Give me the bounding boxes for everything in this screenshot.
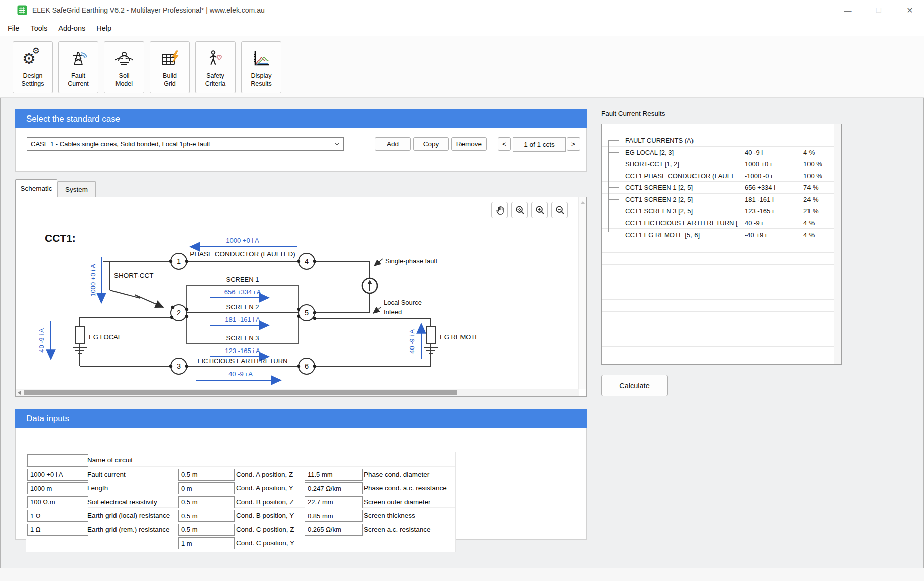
- results-header-row: [602, 124, 841, 135]
- phase-ac-resistance-input[interactable]: [305, 482, 363, 494]
- phase-conductor-label: PHASE CONDUCTOR (FAULTED): [190, 250, 295, 258]
- zoom-out-icon: [554, 204, 566, 216]
- zoom-in-button[interactable]: [531, 202, 548, 218]
- case-select-value: CASE 1 - Cables single cores, Solid bond…: [27, 140, 330, 148]
- table-row[interactable]: CCT1 PHASE CONDUCTOR (FAULT-1000 -0 i100…: [602, 170, 841, 182]
- screen-thickness-input[interactable]: [305, 510, 363, 522]
- cond-a-z-input[interactable]: [178, 469, 235, 481]
- soil-resistivity-label: Soil electrical resistivity: [87, 496, 157, 508]
- gears-icon: ⚙⚙: [22, 46, 43, 72]
- earth-grid-local-input[interactable]: [27, 510, 88, 522]
- results-chart-icon: [251, 46, 271, 72]
- table-row[interactable]: EG LOCAL [2, 3]40 -9 i4 %: [602, 147, 841, 159]
- phase-ac-resistance-label: Phase cond. a.c. resistance: [364, 482, 447, 494]
- prev-circuit-button[interactable]: <: [498, 137, 511, 151]
- build-grid-button[interactable]: BuildGrid: [150, 41, 190, 93]
- screen1-current-label: 656 +334 i A: [224, 288, 261, 296]
- menu-addons[interactable]: Add-ons: [53, 24, 91, 32]
- copy-button[interactable]: Copy: [413, 137, 449, 151]
- eg-local-current-label: 40 -9 i A: [38, 328, 45, 353]
- tab-system[interactable]: System: [57, 181, 96, 197]
- remove-button[interactable]: Remove: [451, 137, 487, 151]
- local-source-label-1: Local Source: [384, 299, 422, 306]
- person-heart-icon: [205, 46, 225, 72]
- canvas-vertical-scrollbar[interactable]: [578, 197, 586, 389]
- cond-b-z-input[interactable]: [178, 496, 235, 508]
- row-value: 40 -9 i: [745, 149, 763, 156]
- circuit-counter: 1 of 1 ccts: [513, 137, 566, 152]
- row-name: CCT1 SCREEN 3 [2, 5]: [625, 207, 740, 215]
- short-cct-current-label: 1000 +0 i A: [89, 264, 97, 297]
- titlebar: ELEK SafeGrid Earthing V6.2 - Multilayer…: [0, 0, 924, 20]
- tree-stub: [608, 164, 619, 164]
- soil-model-button[interactable]: SoilModel: [104, 41, 144, 93]
- design-settings-button[interactable]: ⚙⚙ DesignSettings: [13, 41, 53, 93]
- tree-stub: [608, 223, 619, 223]
- zoom-extents-button[interactable]: [511, 202, 528, 218]
- toolbar-label: Fault: [68, 72, 89, 80]
- row-percent: 24 %: [803, 196, 819, 203]
- results-vertical-scrollbar[interactable]: [834, 124, 841, 364]
- tab-schematic[interactable]: Schematic: [15, 179, 57, 197]
- cond-c-y-label: Cond. C position, Y: [236, 537, 294, 549]
- table-row[interactable]: CCT1 SCREEN 3 [2, 5]123 -165 i21 %: [602, 205, 841, 217]
- cond-b-y-input[interactable]: [178, 510, 235, 522]
- table-row[interactable]: CCT1 FICTICIOUS EARTH RETURN [40 -9 i4 %: [602, 217, 841, 229]
- table-row[interactable]: CCT1 SCREEN 1 [2, 5]656 +334 i74 %: [602, 182, 841, 194]
- phase-current-label: 1000 +0 i A: [226, 237, 259, 244]
- add-button[interactable]: Add: [375, 137, 411, 151]
- eg-local-label: EG LOCAL: [89, 333, 122, 341]
- cond-c-y-input[interactable]: [178, 537, 235, 549]
- maximize-button[interactable]: □: [872, 5, 886, 15]
- row-percent: 4 %: [803, 219, 815, 227]
- earth-grid-remote-input[interactable]: [27, 524, 88, 536]
- cond-a-y-input[interactable]: [178, 482, 235, 494]
- display-results-button[interactable]: DisplayResults: [241, 41, 281, 93]
- main-toolbar: ⚙⚙ DesignSettings FaultCurrent SoilModel: [0, 36, 924, 98]
- toolbar-label: Grid: [163, 80, 177, 88]
- table-row[interactable]: CCT1 EG REMOTE [5, 6]-40 +9 i4 %: [602, 229, 841, 241]
- screen2-label: SCREEN 2: [226, 303, 259, 311]
- window-title: ELEK SafeGrid Earthing V6.2 - Multilayer…: [32, 6, 265, 14]
- canvas-horizontal-scrollbar[interactable]: [16, 389, 579, 396]
- table-row[interactable]: SHORT-CCT [1, 2]1000 +0 i100 %: [602, 158, 841, 170]
- menu-help[interactable]: Help: [91, 24, 117, 32]
- row-name: SHORT-CCT [1, 2]: [625, 160, 740, 168]
- row-name: CCT1 PHASE CONDUCTOR (FAULT: [625, 172, 740, 180]
- phase-diameter-input[interactable]: [305, 469, 363, 481]
- fault-current-button[interactable]: FaultCurrent: [58, 41, 98, 93]
- length-label: Length: [87, 482, 108, 494]
- length-input[interactable]: [27, 482, 88, 494]
- name-of-circuit-input[interactable]: [27, 454, 88, 467]
- calculate-button[interactable]: Calculate: [601, 375, 668, 396]
- scrollbar-thumb[interactable]: [24, 390, 457, 395]
- minimize-button[interactable]: —: [841, 6, 855, 15]
- node-2: 2: [177, 309, 181, 317]
- pan-button[interactable]: [491, 202, 508, 218]
- safety-criteria-button[interactable]: SafetyCriteria: [195, 41, 236, 93]
- zoom-out-button[interactable]: [551, 202, 568, 218]
- fault-current-input[interactable]: [27, 469, 88, 481]
- row-name: CCT1 SCREEN 2 [2, 5]: [625, 196, 740, 203]
- menu-file[interactable]: File: [2, 24, 25, 32]
- transmission-tower-icon: [68, 46, 88, 72]
- screen-ac-resistance-input[interactable]: [305, 524, 363, 536]
- row-percent: 4 %: [803, 231, 815, 239]
- table-row[interactable]: CCT1 SCREEN 2 [2, 5]181 -161 i24 %: [602, 194, 841, 206]
- circuit-title: CCT1:: [45, 232, 76, 244]
- table-row[interactable]: FAULT CURRENTS (A): [602, 135, 841, 147]
- hand-icon: [494, 204, 506, 217]
- tree-stub: [608, 235, 619, 235]
- soil-resistivity-input[interactable]: [27, 496, 88, 508]
- schematic-canvas[interactable]: CCT1: 1: [15, 197, 587, 397]
- case-select[interactable]: CASE 1 - Cables single cores, Solid bond…: [27, 137, 344, 151]
- screen-outer-diameter-input[interactable]: [305, 496, 363, 508]
- cond-c-z-input[interactable]: [178, 524, 235, 536]
- next-circuit-button[interactable]: >: [567, 137, 580, 151]
- row-name: CCT1 EG REMOTE [5, 6]: [625, 231, 740, 239]
- tree-stub: [608, 187, 619, 188]
- screen3-current-label: 123 -165 i A: [225, 347, 260, 355]
- close-button[interactable]: ✕: [903, 6, 917, 15]
- menu-tools[interactable]: Tools: [25, 24, 53, 32]
- screen-ac-resistance-label: Screen a.c. resistance: [364, 524, 431, 536]
